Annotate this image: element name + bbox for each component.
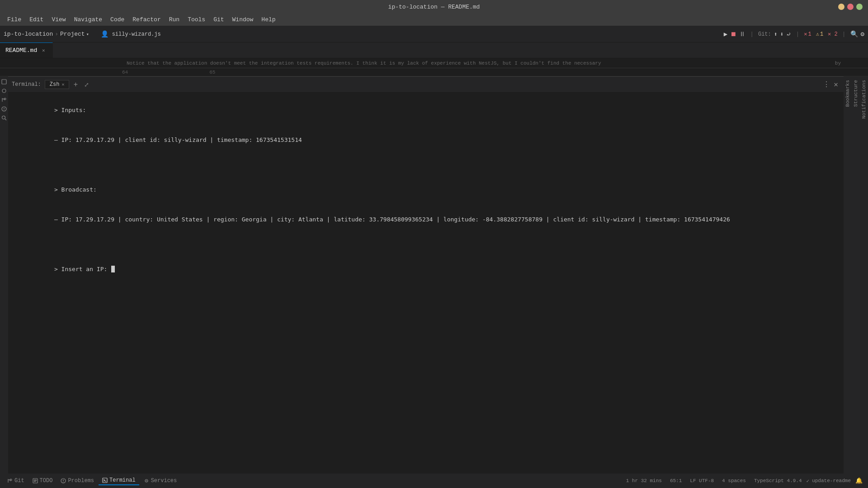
bottom-tab-terminal[interactable]: Terminal (99, 476, 139, 485)
settings-icon[interactable]: ⚙ (861, 30, 864, 38)
terminal-tab-zsh[interactable]: Zsh ✕ (45, 80, 70, 89)
breadcrumb-file-btn[interactable]: Project ▾ (60, 31, 89, 38)
menu-run[interactable]: Run (165, 15, 183, 24)
menu-window[interactable]: Window (229, 15, 257, 24)
error2-num: 2 (835, 31, 838, 38)
bookmarks-sidebar[interactable]: Bookmarks (844, 76, 852, 474)
close-button[interactable] (847, 4, 854, 10)
bottom-tab-todo[interactable]: TODO (29, 477, 57, 485)
editor-and-terminal: Terminal: Zsh ✕ + ⤢ ⋮ ✕ > Inputs: (0, 76, 868, 474)
error2-count: ✕ 2 (828, 31, 838, 38)
terminal-label: Terminal: (12, 81, 41, 88)
menu-edit[interactable]: Edit (26, 15, 47, 24)
bottom-terminal-label: Terminal (109, 477, 136, 483)
terminal-tab-close[interactable]: ✕ (61, 82, 64, 87)
term-line-9: > Insert an IP: (12, 254, 840, 284)
terminal-body[interactable]: > Inputs: – IP: 17.29.17.29 | client id:… (8, 93, 844, 474)
stop-button[interactable]: ⏹ (730, 31, 736, 38)
commit-icon[interactable] (0, 87, 8, 94)
js-file-label[interactable]: silly-wizard.js (112, 31, 161, 38)
error-badge: ✕ 1 (804, 31, 811, 38)
git-pull-icon[interactable]: ⬇ (780, 31, 784, 38)
terminal-close-button[interactable]: ✕ (832, 80, 840, 89)
run-button[interactable]: ▶ (724, 30, 727, 38)
status-time: 1 hr 32 mins (623, 478, 665, 483)
menu-git[interactable]: Git (210, 15, 227, 24)
bottom-tab-problems[interactable]: Problems (57, 477, 98, 485)
notifications-label[interactable]: Notifications (861, 80, 867, 119)
maximize-button[interactable] (856, 4, 863, 10)
left-bars (0, 76, 8, 474)
status-position[interactable]: 65:1 (666, 478, 685, 483)
pause-button[interactable]: ⏸ (739, 31, 745, 38)
top-line-num: 64 (122, 70, 128, 75)
status-bell-icon[interactable]: 🔔 (854, 477, 864, 484)
breadcrumb-dropdown-icon: ▾ (86, 32, 89, 37)
bottom-problems-label: Problems (68, 478, 94, 484)
toolbar-right: ▶ ⏹ ⏸ | Git: ⬆ ⬇ ⤾ | ✕ 1 ⚠ 1 ✕ 2 | 🔍 ⚙ (724, 30, 864, 38)
window-title: ip-to-location — README.md (388, 4, 480, 10)
bottom-services-label: Services (151, 478, 177, 484)
notifications-panel[interactable]: Notifications (860, 76, 868, 474)
term-prompt-2: > Broadcast: (54, 186, 97, 193)
menu-view[interactable]: View (48, 15, 69, 24)
git-merge-icon[interactable]: ⤾ (786, 31, 791, 38)
status-encoding[interactable]: LF UTF-8 (686, 478, 717, 483)
structure-label[interactable]: Structure (853, 80, 859, 107)
breadcrumb-project[interactable]: ip-to-location (4, 31, 53, 38)
maximize-terminal-button[interactable]: ⤢ (82, 80, 91, 89)
notice-by-text: by (835, 61, 841, 66)
menu-help[interactable]: Help (258, 15, 279, 24)
tab-filename: README.md (5, 47, 37, 54)
editor-tabs: README.md ✕ (0, 42, 868, 58)
terminal-menu-button[interactable]: ⋮ (821, 80, 832, 89)
toolbar: ip-to-location › Project ▾ 👤 silly-wizar… (0, 26, 868, 42)
menu-code[interactable]: Code (107, 15, 128, 24)
menu-navigate[interactable]: Navigate (71, 15, 106, 24)
warn-count: 1 (820, 31, 823, 38)
top-col-num: 65 (209, 70, 215, 75)
svg-point-19 (63, 482, 64, 482)
term-line-7 (12, 235, 840, 244)
svg-point-1 (2, 89, 6, 93)
debug-sidebar-icon[interactable] (0, 105, 8, 113)
left-icon-panel (0, 76, 8, 474)
menu-bar: File Edit View Navigate Code Refactor Ru… (0, 14, 868, 26)
git-sidebar-icon[interactable] (0, 96, 8, 103)
svg-line-9 (5, 119, 6, 120)
structure-sidebar[interactable]: Structure (852, 76, 860, 474)
warn-icon: ⚠ (816, 31, 819, 38)
status-indent[interactable]: 4 spaces (718, 478, 750, 483)
menu-tools[interactable]: Tools (184, 15, 209, 24)
search-icon[interactable]: 🔍 (850, 30, 858, 38)
project-icon[interactable] (0, 78, 8, 85)
tab-readme[interactable]: README.md ✕ (0, 42, 53, 58)
menu-refactor[interactable]: Refactor (129, 15, 164, 24)
svg-point-7 (4, 109, 5, 110)
bookmarks-label[interactable]: Bookmarks (845, 80, 850, 107)
menu-file[interactable]: File (4, 15, 25, 24)
bottom-tab-git[interactable]: Git (4, 477, 28, 485)
error-x-icon: ✕ (804, 31, 807, 38)
bottom-tab-services[interactable]: Services (140, 477, 181, 485)
term-line-5: > Broadcast: (12, 175, 840, 205)
svg-point-23 (146, 480, 147, 481)
top-notice: Notice that the application doesn't meet… (0, 58, 868, 68)
term-line-2: – IP: 17.29.17.29 | client id: silly-wiz… (12, 125, 840, 155)
window: ip-to-location — README.md File Edit Vie… (0, 0, 868, 488)
title-bar: ip-to-location — README.md (0, 0, 868, 14)
term-input-prompt: > Insert an IP: (54, 266, 111, 272)
bottom-git-label: Git (14, 478, 24, 484)
right-info: by (835, 61, 841, 66)
svg-rect-0 (2, 80, 6, 84)
status-update[interactable]: update-readme (810, 478, 853, 483)
minimize-button[interactable] (838, 4, 844, 10)
search-sidebar-icon[interactable] (0, 114, 8, 122)
tab-close-icon[interactable]: ✕ (40, 47, 47, 54)
error2-x-icon: ✕ (828, 31, 831, 38)
terminal-zone: Terminal: Zsh ✕ + ⤢ ⋮ ✕ > Inputs: (8, 76, 844, 474)
breadcrumb-project-label: Project (60, 31, 85, 38)
status-lang[interactable]: TypeScript 4.9.4 (750, 478, 806, 483)
git-push-icon[interactable]: ⬆ (774, 31, 778, 38)
new-terminal-button[interactable]: + (71, 80, 80, 89)
